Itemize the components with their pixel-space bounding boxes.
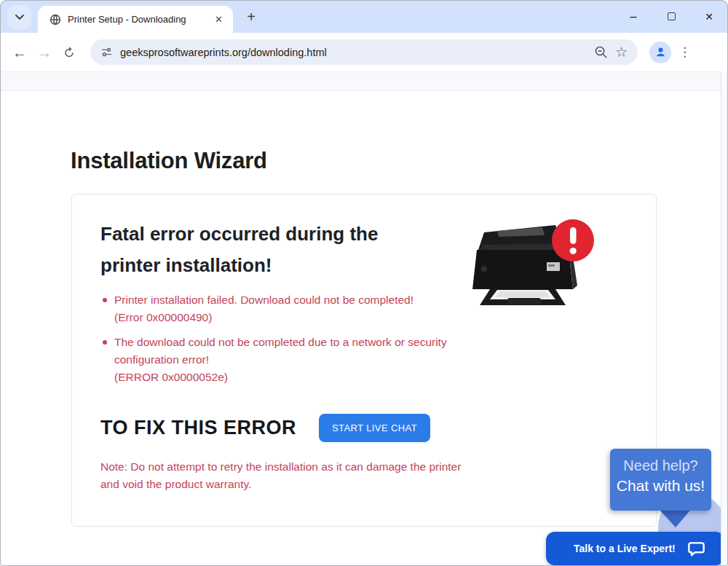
bullet-dot xyxy=(103,340,107,345)
error-badge xyxy=(552,219,594,262)
url-text[interactable]: geeksprosoftwareprints.org/downloding.ht… xyxy=(120,47,587,58)
close-icon: ✕ xyxy=(705,11,713,23)
tab-search-button[interactable] xyxy=(7,5,31,29)
live-expert-bar[interactable]: Talk to a Live Expert! xyxy=(546,532,724,565)
tab-strip: Printer Setup - Downloading ✕ + – ✕ xyxy=(0,0,728,33)
minimize-button[interactable]: – xyxy=(614,0,652,33)
forward-button[interactable]: → xyxy=(32,40,57,65)
fix-row: TO FIX THIS ERROR START LIVE CHAT xyxy=(100,414,628,442)
chevron-down-icon xyxy=(15,15,24,20)
warning-note: Note: Do not attempt to retry the instal… xyxy=(100,458,464,493)
error-code: (Error 0x00000490) xyxy=(114,309,451,326)
error-code: (ERROR 0x0000052e) xyxy=(114,369,451,386)
window-controls: – ✕ xyxy=(614,0,728,33)
reload-button[interactable] xyxy=(57,40,82,65)
site-info-button[interactable] xyxy=(100,46,113,58)
page-title: Installation Wizard xyxy=(71,148,267,174)
chat-bubble-line1: Need help? xyxy=(610,457,711,474)
zoom-button[interactable] xyxy=(594,45,608,59)
bookmarks-bar xyxy=(0,71,728,91)
forward-arrow-icon: → xyxy=(37,44,52,60)
printer-illustration xyxy=(462,216,597,311)
bookmark-button[interactable]: ☆ xyxy=(615,44,628,60)
star-icon: ☆ xyxy=(615,44,628,60)
printer-image xyxy=(462,216,597,311)
browser-tab[interactable]: Printer Setup - Downloading ✕ xyxy=(38,6,233,33)
error-text: The download could not be completed due … xyxy=(114,334,451,369)
back-arrow-icon: ← xyxy=(12,44,27,60)
bullet-dot xyxy=(103,298,107,302)
maximize-icon xyxy=(668,12,676,20)
error-item: The download could not be completed due … xyxy=(100,334,628,386)
tab-close-button[interactable]: ✕ xyxy=(212,12,226,26)
chat-bubble-line2: Chat with us! xyxy=(610,477,711,495)
page-scrollbar[interactable] xyxy=(721,71,728,566)
minimize-icon: – xyxy=(630,10,637,23)
error-heading: Fatal error occurred during the printer … xyxy=(100,219,443,281)
browser-menu-button[interactable]: ⋮ xyxy=(678,44,691,60)
zoom-out-icon xyxy=(594,45,608,59)
chat-bubble-icon xyxy=(687,541,705,557)
site-settings-icon xyxy=(100,46,113,58)
live-expert-label: Talk to a Live Expert! xyxy=(574,543,687,554)
kebab-menu-icon: ⋮ xyxy=(678,45,691,59)
start-live-chat-button[interactable]: START LIVE CHAT xyxy=(319,414,430,442)
error-card: Fatal error occurred during the printer … xyxy=(71,194,657,527)
maximize-button[interactable] xyxy=(652,0,690,33)
reload-icon xyxy=(63,46,76,59)
tab-title: Printer Setup - Downloading xyxy=(68,14,212,25)
fix-heading: TO FIX THIS ERROR xyxy=(100,417,296,439)
back-button[interactable]: ← xyxy=(7,40,32,65)
address-bar[interactable]: geeksprosoftwareprints.org/downloding.ht… xyxy=(90,39,638,65)
close-icon: ✕ xyxy=(215,14,223,25)
browser-window: Printer Setup - Downloading ✕ + – ✕ ← → xyxy=(0,0,728,566)
globe-favicon-icon xyxy=(50,14,61,25)
person-icon xyxy=(654,46,667,58)
chat-bubble[interactable]: Need help? Chat with us! xyxy=(610,449,711,511)
new-tab-button[interactable]: + xyxy=(242,7,261,26)
plus-icon: + xyxy=(247,9,256,25)
profile-avatar[interactable] xyxy=(649,42,671,63)
browser-toolbar: ← → geeksprosoftwareprints.org/downlodin… xyxy=(0,33,728,71)
error-text: Printer installation failed. Download co… xyxy=(114,291,451,309)
close-window-button[interactable]: ✕ xyxy=(690,0,728,33)
